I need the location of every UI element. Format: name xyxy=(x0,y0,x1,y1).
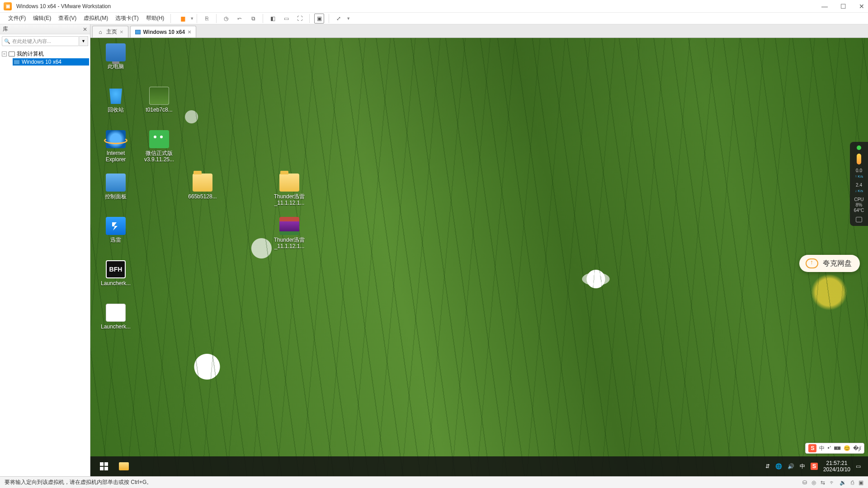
performance-monitor-widget[interactable]: 0.0↑ K/s 2.4↓ K/s CPU8%64°C xyxy=(850,142,868,226)
bfh-label: Launcherk... xyxy=(101,280,131,286)
snapshot-manager-button[interactable]: ⧉ xyxy=(248,14,258,23)
device-network-icon[interactable]: ⇆ xyxy=(821,479,825,486)
library-title: 库 xyxy=(3,25,8,33)
tab-vm-label: Windows 10 x64 xyxy=(143,29,185,35)
svg-rect-1 xyxy=(104,462,108,466)
menu-tabs[interactable]: 选项卡(T) xyxy=(112,14,142,22)
tray-volume-icon[interactable]: 🔊 xyxy=(788,463,794,469)
start-button[interactable] xyxy=(94,456,114,476)
vmware-app-icon: ▣ xyxy=(4,2,12,10)
tab-home-close[interactable]: × xyxy=(120,28,123,35)
desktop-icon-launcherk-file[interactable]: Launcherk... xyxy=(94,302,137,345)
tray-network-icon[interactable]: 🌐 xyxy=(775,463,782,469)
desktop-icon-thispc[interactable]: 此电脑 xyxy=(94,42,137,85)
pause-vm-button[interactable]: ▮▮ xyxy=(177,14,187,23)
device-harddisk-icon[interactable]: ⛁ xyxy=(802,479,807,486)
desktop-icon-thunder-rar[interactable]: Thunder迅雷_11.1.12.1... xyxy=(268,215,311,258)
send-ctrl-alt-del-button[interactable]: ⎘ xyxy=(202,14,212,23)
tray-sogou-icon[interactable]: S xyxy=(811,463,818,470)
search-dropdown-button[interactable]: ▼ xyxy=(79,36,88,46)
ime-toolbar[interactable]: S 中 •ꞌ 🀰 😊 �յї xyxy=(805,443,864,454)
snapshot-button[interactable]: ◷ xyxy=(221,14,231,23)
unity-button[interactable]: ⤢ xyxy=(334,14,344,23)
tray-usb-icon[interactable]: ⇵ xyxy=(765,463,770,469)
device-usb-icon[interactable]: ᯤ xyxy=(830,479,835,486)
imagefile-icon xyxy=(149,87,169,105)
menu-file[interactable]: 文件(F) xyxy=(5,14,29,22)
ime-fullwidth-toggle[interactable]: 🀰 xyxy=(834,445,841,451)
desktop-icon-bfh[interactable]: BFH Launcherk... xyxy=(94,258,137,302)
imagefile-label: t01eb7c8... xyxy=(146,107,172,113)
status-dot-icon xyxy=(857,145,861,150)
tree-item-win10x64[interactable]: Windows 10 x64 xyxy=(13,58,89,66)
desktop-icon-folder-665b[interactable]: 665b5128... xyxy=(181,172,224,215)
tab-vm-close[interactable]: × xyxy=(188,28,191,35)
rar-icon xyxy=(279,217,299,235)
guest-taskbar: ⇵ 🌐 🔊 中 S 21:57:21 2024/10/10 ▭ xyxy=(90,456,868,476)
device-sound-icon[interactable]: 🔉 xyxy=(840,479,846,486)
quark-label: 夸克网盘 xyxy=(823,259,852,268)
tab-home[interactable]: ⌂ 主页 × xyxy=(92,26,128,38)
desktop-icon-imagefile[interactable]: t01eb7c8... xyxy=(137,85,181,128)
search-icon: 🔍 xyxy=(4,38,10,44)
menu-view[interactable]: 查看(V) xyxy=(55,14,80,22)
tray-ime-indicator[interactable]: 中 xyxy=(800,463,805,470)
device-printer-icon[interactable]: ⎙ xyxy=(851,479,854,486)
tab-vm-win10[interactable]: Windows 10 x64 × xyxy=(130,26,196,38)
ie-label: InternetExplorer xyxy=(106,150,126,163)
tabstrip: ⌂ 主页 × Windows 10 x64 × xyxy=(90,24,868,38)
folder-665b-label: 665b5128... xyxy=(188,193,217,200)
desktop-icon-ie[interactable]: InternetExplorer xyxy=(94,128,137,172)
tree-root-mycomputer[interactable]: − 我的计算机 xyxy=(1,50,89,58)
thunder-folder-label: Thunder迅雷_11.1.12.1... xyxy=(274,193,305,206)
library-close-button[interactable]: ✕ xyxy=(83,26,87,33)
menu-edit[interactable]: 编辑(E) xyxy=(29,14,55,22)
unity-dropdown[interactable]: ▼ xyxy=(346,16,350,21)
desktop-icon-xunlei[interactable]: 迅雷 xyxy=(94,215,137,258)
taskbar-clock[interactable]: 21:57:21 2024/10/10 xyxy=(823,460,850,473)
tree-item-label: Windows 10 x64 xyxy=(22,59,61,65)
screenshot-icon[interactable] xyxy=(856,217,862,222)
action-center-icon[interactable]: ▭ xyxy=(856,463,861,469)
power-dropdown[interactable]: ▼ xyxy=(190,16,194,21)
xunlei-label: 迅雷 xyxy=(110,237,121,243)
recyclebin-icon xyxy=(106,87,126,105)
ime-punct-toggle[interactable]: •ꞌ xyxy=(827,445,830,451)
battery-pill-icon xyxy=(857,154,861,164)
svg-rect-0 xyxy=(100,462,104,466)
desktop-icon-recyclebin[interactable]: 回收站 xyxy=(94,85,137,128)
guest-desktop[interactable]: 此电脑 回收站 t01eb7c8... InternetExplorer xyxy=(90,38,868,476)
minimize-button[interactable]: — xyxy=(821,3,828,10)
desktop-icon-wechat[interactable]: 微信正式版v3.9.11.25... xyxy=(137,128,181,172)
home-icon: ⌂ xyxy=(97,29,104,35)
ime-lang-toggle[interactable]: 中 xyxy=(819,445,825,452)
ie-icon xyxy=(106,130,126,148)
ime-emoji-button[interactable]: 😊 xyxy=(844,445,850,451)
vm-tab-icon xyxy=(135,30,141,34)
thunder-rar-label: Thunder迅雷_11.1.12.1... xyxy=(274,237,305,250)
svg-rect-3 xyxy=(104,467,108,470)
tree-collapse-icon[interactable]: − xyxy=(2,52,7,56)
view-console-button[interactable]: ⛶ xyxy=(295,14,305,23)
device-display-icon[interactable]: ▣ xyxy=(859,479,863,486)
file-icon xyxy=(106,304,126,322)
menu-help[interactable]: 帮助(H) xyxy=(142,14,168,22)
library-tree: − 我的计算机 Windows 10 x64 xyxy=(0,48,90,67)
ime-menu-button[interactable]: �յї xyxy=(853,445,861,451)
maximize-button[interactable]: ☐ xyxy=(840,3,846,10)
controlpanel-label: 控制面板 xyxy=(105,193,127,200)
menu-vm[interactable]: 虚拟机(M) xyxy=(80,14,112,22)
sogou-ime-icon[interactable]: S xyxy=(808,444,816,452)
cpu-stat: CPU8%64°C xyxy=(854,197,864,213)
view-thumbnail-button[interactable]: ▭ xyxy=(281,14,291,23)
taskbar-file-explorer[interactable] xyxy=(114,456,134,476)
view-sidebar-button[interactable]: ◧ xyxy=(268,14,278,23)
quark-cloud-widget[interactable]: 夸克网盘 xyxy=(799,255,860,272)
library-search-input[interactable]: 🔍 在此处键入内容... xyxy=(2,36,79,46)
close-button[interactable]: ✕ xyxy=(859,3,864,10)
desktop-icon-controlpanel[interactable]: 控制面板 xyxy=(94,172,137,215)
fullscreen-button[interactable]: ▣ xyxy=(314,14,324,23)
device-cdrom-icon[interactable]: ◎ xyxy=(811,479,816,486)
desktop-icon-thunder-folder[interactable]: Thunder迅雷_11.1.12.1... xyxy=(268,172,311,215)
snapshot-revert-button[interactable]: ⤺ xyxy=(235,14,245,23)
